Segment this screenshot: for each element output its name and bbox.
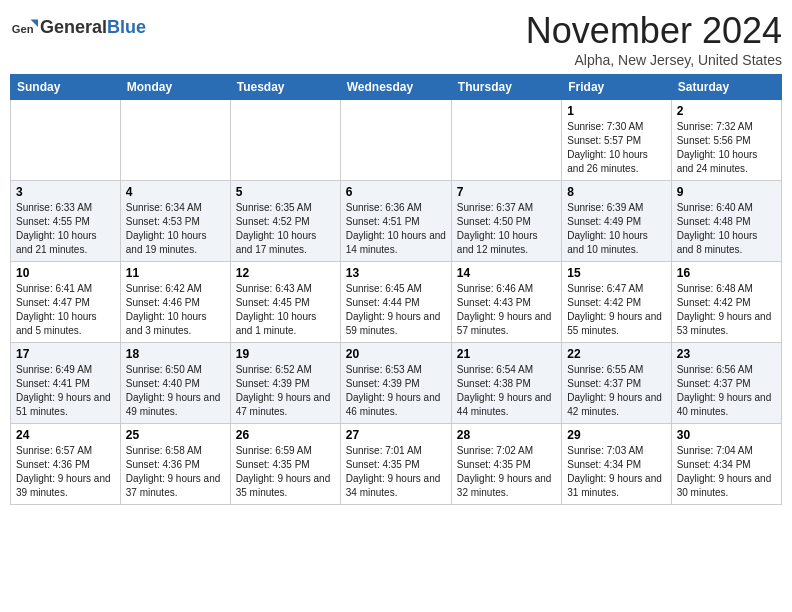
day-number: 23 [677, 347, 776, 361]
calendar: SundayMondayTuesdayWednesdayThursdayFrid… [10, 74, 782, 505]
day-cell: 16Sunrise: 6:48 AMSunset: 4:42 PMDayligh… [671, 262, 781, 343]
day-number: 27 [346, 428, 446, 442]
day-number: 12 [236, 266, 335, 280]
weekday-header-monday: Monday [120, 75, 230, 100]
day-number: 24 [16, 428, 115, 442]
day-info: Sunrise: 6:36 AMSunset: 4:51 PMDaylight:… [346, 201, 446, 257]
day-info: Sunrise: 6:49 AMSunset: 4:41 PMDaylight:… [16, 363, 115, 419]
day-number: 11 [126, 266, 225, 280]
day-info: Sunrise: 6:34 AMSunset: 4:53 PMDaylight:… [126, 201, 225, 257]
day-info: Sunrise: 6:35 AMSunset: 4:52 PMDaylight:… [236, 201, 335, 257]
day-cell: 13Sunrise: 6:45 AMSunset: 4:44 PMDayligh… [340, 262, 451, 343]
day-number: 18 [126, 347, 225, 361]
day-number: 7 [457, 185, 556, 199]
day-info: Sunrise: 6:57 AMSunset: 4:36 PMDaylight:… [16, 444, 115, 500]
day-number: 16 [677, 266, 776, 280]
day-cell: 6Sunrise: 6:36 AMSunset: 4:51 PMDaylight… [340, 181, 451, 262]
day-cell: 4Sunrise: 6:34 AMSunset: 4:53 PMDaylight… [120, 181, 230, 262]
day-info: Sunrise: 6:58 AMSunset: 4:36 PMDaylight:… [126, 444, 225, 500]
day-number: 30 [677, 428, 776, 442]
day-info: Sunrise: 6:59 AMSunset: 4:35 PMDaylight:… [236, 444, 335, 500]
day-info: Sunrise: 7:32 AMSunset: 5:56 PMDaylight:… [677, 120, 776, 176]
header: Gen GeneralBlue November 2024 Alpha, New… [10, 10, 782, 68]
day-cell: 19Sunrise: 6:52 AMSunset: 4:39 PMDayligh… [230, 343, 340, 424]
day-cell: 3Sunrise: 6:33 AMSunset: 4:55 PMDaylight… [11, 181, 121, 262]
weekday-header-sunday: Sunday [11, 75, 121, 100]
weekday-header-row: SundayMondayTuesdayWednesdayThursdayFrid… [11, 75, 782, 100]
day-cell: 27Sunrise: 7:01 AMSunset: 4:35 PMDayligh… [340, 424, 451, 505]
day-cell: 11Sunrise: 6:42 AMSunset: 4:46 PMDayligh… [120, 262, 230, 343]
week-row-5: 24Sunrise: 6:57 AMSunset: 4:36 PMDayligh… [11, 424, 782, 505]
day-cell [230, 100, 340, 181]
day-number: 1 [567, 104, 665, 118]
day-cell [120, 100, 230, 181]
day-info: Sunrise: 7:01 AMSunset: 4:35 PMDaylight:… [346, 444, 446, 500]
day-cell [11, 100, 121, 181]
day-cell: 25Sunrise: 6:58 AMSunset: 4:36 PMDayligh… [120, 424, 230, 505]
day-cell: 20Sunrise: 6:53 AMSunset: 4:39 PMDayligh… [340, 343, 451, 424]
week-row-2: 3Sunrise: 6:33 AMSunset: 4:55 PMDaylight… [11, 181, 782, 262]
day-info: Sunrise: 6:55 AMSunset: 4:37 PMDaylight:… [567, 363, 665, 419]
day-cell [340, 100, 451, 181]
week-row-3: 10Sunrise: 6:41 AMSunset: 4:47 PMDayligh… [11, 262, 782, 343]
day-cell: 12Sunrise: 6:43 AMSunset: 4:45 PMDayligh… [230, 262, 340, 343]
day-cell: 23Sunrise: 6:56 AMSunset: 4:37 PMDayligh… [671, 343, 781, 424]
day-info: Sunrise: 6:33 AMSunset: 4:55 PMDaylight:… [16, 201, 115, 257]
location: Alpha, New Jersey, United States [526, 52, 782, 68]
day-number: 2 [677, 104, 776, 118]
day-info: Sunrise: 6:47 AMSunset: 4:42 PMDaylight:… [567, 282, 665, 338]
day-number: 17 [16, 347, 115, 361]
day-number: 25 [126, 428, 225, 442]
day-number: 13 [346, 266, 446, 280]
day-cell [451, 100, 561, 181]
day-cell: 14Sunrise: 6:46 AMSunset: 4:43 PMDayligh… [451, 262, 561, 343]
day-number: 15 [567, 266, 665, 280]
day-number: 28 [457, 428, 556, 442]
weekday-header-friday: Friday [562, 75, 671, 100]
day-cell: 15Sunrise: 6:47 AMSunset: 4:42 PMDayligh… [562, 262, 671, 343]
day-info: Sunrise: 6:41 AMSunset: 4:47 PMDaylight:… [16, 282, 115, 338]
day-cell: 28Sunrise: 7:02 AMSunset: 4:35 PMDayligh… [451, 424, 561, 505]
day-number: 26 [236, 428, 335, 442]
day-info: Sunrise: 7:30 AMSunset: 5:57 PMDaylight:… [567, 120, 665, 176]
day-cell: 5Sunrise: 6:35 AMSunset: 4:52 PMDaylight… [230, 181, 340, 262]
logo-blue-text: Blue [107, 17, 146, 37]
day-cell: 22Sunrise: 6:55 AMSunset: 4:37 PMDayligh… [562, 343, 671, 424]
day-info: Sunrise: 6:48 AMSunset: 4:42 PMDaylight:… [677, 282, 776, 338]
day-cell: 21Sunrise: 6:54 AMSunset: 4:38 PMDayligh… [451, 343, 561, 424]
day-cell: 2Sunrise: 7:32 AMSunset: 5:56 PMDaylight… [671, 100, 781, 181]
day-info: Sunrise: 6:56 AMSunset: 4:37 PMDaylight:… [677, 363, 776, 419]
day-number: 9 [677, 185, 776, 199]
day-info: Sunrise: 6:46 AMSunset: 4:43 PMDaylight:… [457, 282, 556, 338]
day-number: 8 [567, 185, 665, 199]
day-number: 10 [16, 266, 115, 280]
weekday-header-tuesday: Tuesday [230, 75, 340, 100]
day-cell: 30Sunrise: 7:04 AMSunset: 4:34 PMDayligh… [671, 424, 781, 505]
day-cell: 24Sunrise: 6:57 AMSunset: 4:36 PMDayligh… [11, 424, 121, 505]
day-number: 29 [567, 428, 665, 442]
day-info: Sunrise: 6:43 AMSunset: 4:45 PMDaylight:… [236, 282, 335, 338]
day-number: 20 [346, 347, 446, 361]
day-cell: 26Sunrise: 6:59 AMSunset: 4:35 PMDayligh… [230, 424, 340, 505]
weekday-header-thursday: Thursday [451, 75, 561, 100]
day-cell: 1Sunrise: 7:30 AMSunset: 5:57 PMDaylight… [562, 100, 671, 181]
day-number: 3 [16, 185, 115, 199]
day-cell: 10Sunrise: 6:41 AMSunset: 4:47 PMDayligh… [11, 262, 121, 343]
day-number: 6 [346, 185, 446, 199]
day-info: Sunrise: 6:54 AMSunset: 4:38 PMDaylight:… [457, 363, 556, 419]
day-info: Sunrise: 6:50 AMSunset: 4:40 PMDaylight:… [126, 363, 225, 419]
week-row-1: 1Sunrise: 7:30 AMSunset: 5:57 PMDaylight… [11, 100, 782, 181]
logo: Gen GeneralBlue [10, 14, 146, 42]
day-info: Sunrise: 6:52 AMSunset: 4:39 PMDaylight:… [236, 363, 335, 419]
day-info: Sunrise: 6:45 AMSunset: 4:44 PMDaylight:… [346, 282, 446, 338]
weekday-header-wednesday: Wednesday [340, 75, 451, 100]
day-number: 19 [236, 347, 335, 361]
day-cell: 9Sunrise: 6:40 AMSunset: 4:48 PMDaylight… [671, 181, 781, 262]
day-cell: 29Sunrise: 7:03 AMSunset: 4:34 PMDayligh… [562, 424, 671, 505]
day-number: 22 [567, 347, 665, 361]
day-number: 21 [457, 347, 556, 361]
day-info: Sunrise: 6:53 AMSunset: 4:39 PMDaylight:… [346, 363, 446, 419]
day-info: Sunrise: 6:40 AMSunset: 4:48 PMDaylight:… [677, 201, 776, 257]
logo-icon: Gen [10, 14, 38, 42]
title-block: November 2024 Alpha, New Jersey, United … [526, 10, 782, 68]
